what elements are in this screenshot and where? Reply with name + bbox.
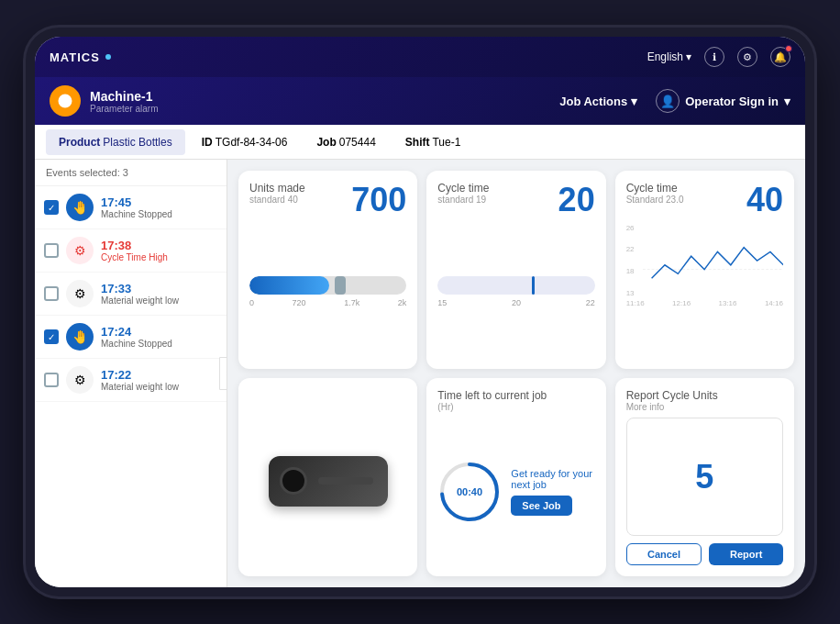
get-ready-text: Get ready for your next job — [511, 468, 594, 490]
camera-image — [249, 396, 406, 565]
logo-dot — [105, 54, 111, 60]
cancel-button[interactable]: Cancel — [626, 543, 702, 565]
cycle-time-value: 20 — [558, 182, 595, 218]
tab-job[interactable]: Job 075444 — [304, 129, 388, 155]
cycle-time-chart-card: Cycle time Standard 23.0 40 26 22 18 13 — [615, 171, 794, 369]
time-right: Get ready for your next job See Job — [511, 468, 594, 516]
event-time-1: 17:45 — [101, 195, 217, 209]
units-made-title: Units made — [249, 182, 305, 195]
cycle-time-card: Cycle time standard 19 20 15 20 22 — [426, 171, 605, 369]
info-icon[interactable]: ℹ — [704, 47, 724, 67]
event-details-5: 17:22 Material weight low — [101, 368, 217, 392]
svg-point-0 — [59, 95, 72, 108]
units-made-header: Units made standard 40 700 — [249, 182, 406, 218]
tab-shift[interactable]: Shift Tue-1 — [392, 129, 474, 155]
units-bar-track — [249, 276, 406, 295]
event-time-3: 17:33 — [101, 282, 217, 295]
event-icon-4: 🤚 — [66, 323, 94, 351]
logo-area: MATICS — [50, 50, 111, 64]
report-button[interactable]: Report — [709, 543, 783, 565]
event-icon-2: ⚙ — [66, 237, 94, 264]
report-actions: Cancel Report — [626, 543, 783, 565]
event-label-1: Machine Stopped — [101, 209, 217, 219]
notifications-icon[interactable]: 🔔 — [770, 47, 790, 67]
cycle-time-bar: 15 20 22 — [437, 226, 594, 358]
job-actions-button[interactable]: Job Actions ▾ — [559, 95, 637, 108]
time-left-title: Time left to current job — [437, 389, 594, 402]
events-header: Events selected: 3 — [35, 160, 227, 186]
cycle-time-subtitle: standard 19 — [437, 195, 489, 205]
tab-id[interactable]: ID TGdf-84-34-06 — [189, 129, 301, 155]
machine-bar-right: Job Actions ▾ 👤 Operator Sign in ▾ — [559, 89, 790, 113]
event-details-4: 17:24 Machine Stopped — [101, 325, 217, 349]
report-title: Report Cycle Units — [626, 389, 783, 402]
time-left-content: 00:40 Get ready for your next job See Jo… — [437, 418, 594, 565]
event-label-4: Machine Stopped — [101, 339, 217, 349]
notification-badge — [785, 45, 792, 52]
units-made-subtitle: standard 40 — [249, 195, 305, 205]
event-details-3: 17:33 Material weight low — [101, 282, 217, 306]
cycle-bar-marker — [532, 276, 535, 295]
units-bar-labels: 0 720 1.7k 2k — [249, 298, 406, 307]
cycle-chart-area: 26 22 18 13 11:16 1 — [626, 224, 783, 358]
cycle-chart-svg — [643, 224, 783, 297]
camera-card — [238, 378, 417, 576]
event-details-1: 17:45 Machine Stopped — [101, 195, 217, 219]
sidebar-collapse-button[interactable]: › — [219, 357, 227, 390]
report-subtitle: More info — [626, 402, 783, 412]
tablet-screen: MATICS English ▾ ℹ ⚙ 🔔 — [35, 37, 805, 587]
event-time-5: 17:22 — [101, 368, 217, 382]
top-bar: MATICS English ▾ ℹ ⚙ 🔔 — [35, 37, 805, 77]
event-checkbox-4[interactable] — [44, 329, 59, 344]
event-label-3: Material weight low — [101, 295, 217, 306]
event-checkbox-1[interactable] — [44, 200, 59, 215]
event-icon-5: ⚙ — [66, 366, 94, 394]
event-checkbox-5[interactable] — [44, 373, 59, 387]
svg-text:00:40: 00:40 — [457, 486, 482, 497]
cycle-chart-header: Cycle time Standard 23.0 40 — [626, 182, 783, 218]
list-item: ⚙ 17:33 Material weight low — [35, 273, 227, 316]
report-value-area: 5 — [626, 418, 783, 536]
sidebar: Events selected: 3 🤚 17:45 Machine Stopp… — [35, 160, 227, 587]
tab-product[interactable]: Product Plastic Bottles — [46, 129, 185, 155]
camera-shape — [269, 456, 388, 507]
event-checkbox-3[interactable] — [44, 286, 59, 301]
dashboard: Units made standard 40 700 0 720 — [227, 160, 805, 587]
cycle-chart-subtitle: Standard 23.0 — [626, 195, 684, 205]
top-bar-right: English ▾ ℹ ⚙ 🔔 — [647, 47, 790, 67]
tab-bar: Product Plastic Bottles ID TGdf-84-34-06… — [35, 125, 805, 160]
list-item: ⚙ 17:38 Cycle Time High — [35, 229, 227, 273]
operator-signin-button[interactable]: 👤 Operator Sign in ▾ — [656, 89, 790, 113]
cycle-chart-title: Cycle time — [626, 182, 684, 195]
tablet-frame: MATICS English ▾ ℹ ⚙ 🔔 — [26, 28, 814, 596]
machine-name: Machine-1 — [90, 89, 559, 104]
list-item: 🤚 17:45 Machine Stopped — [35, 186, 227, 229]
report-value: 5 — [695, 459, 713, 496]
machine-status: Parameter alarm — [90, 104, 559, 114]
units-made-card: Units made standard 40 700 0 720 — [238, 171, 417, 369]
machine-info: Machine-1 Parameter alarm — [90, 89, 559, 114]
settings-icon[interactable]: ⚙ — [737, 47, 757, 67]
event-time-2: 17:38 — [101, 239, 217, 252]
operator-icon: 👤 — [656, 89, 680, 113]
cycle-bar-labels: 15 20 22 — [437, 298, 594, 307]
units-made-bar: 0 720 1.7k 2k — [249, 226, 406, 358]
event-icon-1: 🤚 — [66, 194, 94, 221]
units-made-value: 700 — [351, 182, 406, 218]
event-time-4: 17:24 — [101, 325, 217, 339]
cycle-chart-value: 40 — [746, 182, 783, 218]
time-left-subtitle: (Hr) — [437, 402, 594, 412]
see-job-button[interactable]: See Job — [511, 496, 571, 516]
language-selector[interactable]: English ▾ — [647, 50, 691, 63]
report-card: Report Cycle Units More info 5 Cancel Re… — [615, 378, 794, 576]
event-label-5: Material weight low — [101, 382, 217, 392]
list-item: 🤚 17:24 Machine Stopped — [35, 316, 227, 359]
camera-lens — [280, 467, 307, 495]
machine-bar: Machine-1 Parameter alarm Job Actions ▾ … — [35, 77, 805, 125]
units-bar-marker — [335, 276, 346, 295]
event-checkbox-2[interactable] — [44, 243, 59, 258]
machine-status-icon — [50, 85, 81, 117]
logo-text: MATICS — [50, 50, 100, 64]
time-left-card: Time left to current job (Hr) 00:40 Get … — [426, 378, 605, 576]
cycle-time-header: Cycle time standard 19 20 — [437, 182, 594, 218]
